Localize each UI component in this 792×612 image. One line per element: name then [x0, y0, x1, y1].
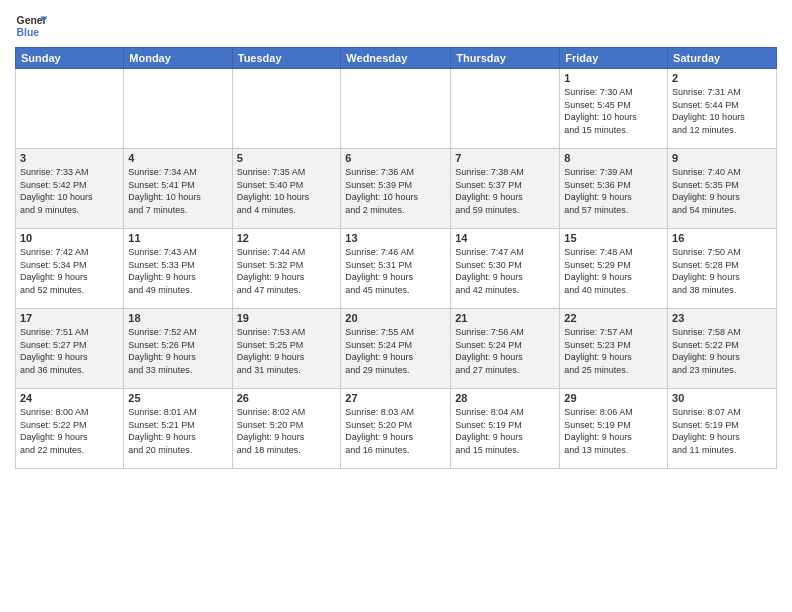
- calendar-cell: 8Sunrise: 7:39 AM Sunset: 5:36 PM Daylig…: [560, 149, 668, 229]
- main-container: General Blue SundayMondayTuesdayWednesda…: [0, 0, 792, 474]
- calendar-cell: 12Sunrise: 7:44 AM Sunset: 5:32 PM Dayli…: [232, 229, 341, 309]
- day-info: Sunrise: 8:04 AM Sunset: 5:19 PM Dayligh…: [455, 406, 555, 456]
- svg-text:Blue: Blue: [17, 27, 40, 38]
- calendar-cell: 1Sunrise: 7:30 AM Sunset: 5:45 PM Daylig…: [560, 69, 668, 149]
- calendar-cell: 14Sunrise: 7:47 AM Sunset: 5:30 PM Dayli…: [451, 229, 560, 309]
- day-number: 12: [237, 232, 337, 244]
- day-number: 29: [564, 392, 663, 404]
- day-number: 10: [20, 232, 119, 244]
- logo-icon: General Blue: [15, 10, 47, 42]
- calendar-cell: 29Sunrise: 8:06 AM Sunset: 5:19 PM Dayli…: [560, 389, 668, 469]
- day-number: 8: [564, 152, 663, 164]
- calendar-cell: 13Sunrise: 7:46 AM Sunset: 5:31 PM Dayli…: [341, 229, 451, 309]
- day-info: Sunrise: 7:51 AM Sunset: 5:27 PM Dayligh…: [20, 326, 119, 376]
- calendar-cell: 4Sunrise: 7:34 AM Sunset: 5:41 PM Daylig…: [124, 149, 232, 229]
- calendar-week-row: 24Sunrise: 8:00 AM Sunset: 5:22 PM Dayli…: [16, 389, 777, 469]
- day-info: Sunrise: 8:00 AM Sunset: 5:22 PM Dayligh…: [20, 406, 119, 456]
- day-info: Sunrise: 7:47 AM Sunset: 5:30 PM Dayligh…: [455, 246, 555, 296]
- day-info: Sunrise: 7:33 AM Sunset: 5:42 PM Dayligh…: [20, 166, 119, 216]
- day-info: Sunrise: 7:30 AM Sunset: 5:45 PM Dayligh…: [564, 86, 663, 136]
- day-info: Sunrise: 8:02 AM Sunset: 5:20 PM Dayligh…: [237, 406, 337, 456]
- calendar-cell: 19Sunrise: 7:53 AM Sunset: 5:25 PM Dayli…: [232, 309, 341, 389]
- day-number: 2: [672, 72, 772, 84]
- day-number: 18: [128, 312, 227, 324]
- day-info: Sunrise: 8:01 AM Sunset: 5:21 PM Dayligh…: [128, 406, 227, 456]
- calendar-cell: [232, 69, 341, 149]
- calendar-cell: 24Sunrise: 8:00 AM Sunset: 5:22 PM Dayli…: [16, 389, 124, 469]
- calendar-cell: [16, 69, 124, 149]
- day-info: Sunrise: 7:55 AM Sunset: 5:24 PM Dayligh…: [345, 326, 446, 376]
- calendar-table: SundayMondayTuesdayWednesdayThursdayFrid…: [15, 47, 777, 469]
- day-number: 21: [455, 312, 555, 324]
- calendar-cell: 6Sunrise: 7:36 AM Sunset: 5:39 PM Daylig…: [341, 149, 451, 229]
- calendar-cell: 27Sunrise: 8:03 AM Sunset: 5:20 PM Dayli…: [341, 389, 451, 469]
- day-number: 28: [455, 392, 555, 404]
- calendar-cell: [341, 69, 451, 149]
- day-number: 25: [128, 392, 227, 404]
- calendar-cell: 21Sunrise: 7:56 AM Sunset: 5:24 PM Dayli…: [451, 309, 560, 389]
- calendar-cell: 9Sunrise: 7:40 AM Sunset: 5:35 PM Daylig…: [668, 149, 777, 229]
- day-info: Sunrise: 7:57 AM Sunset: 5:23 PM Dayligh…: [564, 326, 663, 376]
- day-number: 30: [672, 392, 772, 404]
- day-number: 11: [128, 232, 227, 244]
- day-number: 13: [345, 232, 446, 244]
- day-number: 3: [20, 152, 119, 164]
- calendar-cell: 2Sunrise: 7:31 AM Sunset: 5:44 PM Daylig…: [668, 69, 777, 149]
- calendar-week-row: 10Sunrise: 7:42 AM Sunset: 5:34 PM Dayli…: [16, 229, 777, 309]
- day-number: 26: [237, 392, 337, 404]
- day-info: Sunrise: 7:39 AM Sunset: 5:36 PM Dayligh…: [564, 166, 663, 216]
- day-number: 7: [455, 152, 555, 164]
- day-info: Sunrise: 7:31 AM Sunset: 5:44 PM Dayligh…: [672, 86, 772, 136]
- day-info: Sunrise: 7:58 AM Sunset: 5:22 PM Dayligh…: [672, 326, 772, 376]
- day-info: Sunrise: 8:06 AM Sunset: 5:19 PM Dayligh…: [564, 406, 663, 456]
- weekday-header: Monday: [124, 48, 232, 69]
- logo: General Blue: [15, 10, 47, 42]
- calendar-cell: 17Sunrise: 7:51 AM Sunset: 5:27 PM Dayli…: [16, 309, 124, 389]
- day-info: Sunrise: 7:35 AM Sunset: 5:40 PM Dayligh…: [237, 166, 337, 216]
- day-number: 19: [237, 312, 337, 324]
- day-info: Sunrise: 7:53 AM Sunset: 5:25 PM Dayligh…: [237, 326, 337, 376]
- day-info: Sunrise: 7:48 AM Sunset: 5:29 PM Dayligh…: [564, 246, 663, 296]
- calendar-header-row: SundayMondayTuesdayWednesdayThursdayFrid…: [16, 48, 777, 69]
- weekday-header: Tuesday: [232, 48, 341, 69]
- day-number: 15: [564, 232, 663, 244]
- day-number: 22: [564, 312, 663, 324]
- day-info: Sunrise: 7:36 AM Sunset: 5:39 PM Dayligh…: [345, 166, 446, 216]
- day-info: Sunrise: 7:56 AM Sunset: 5:24 PM Dayligh…: [455, 326, 555, 376]
- day-number: 1: [564, 72, 663, 84]
- calendar-cell: 30Sunrise: 8:07 AM Sunset: 5:19 PM Dayli…: [668, 389, 777, 469]
- day-number: 5: [237, 152, 337, 164]
- day-number: 20: [345, 312, 446, 324]
- day-number: 4: [128, 152, 227, 164]
- calendar-week-row: 1Sunrise: 7:30 AM Sunset: 5:45 PM Daylig…: [16, 69, 777, 149]
- day-number: 24: [20, 392, 119, 404]
- day-number: 23: [672, 312, 772, 324]
- calendar-cell: 20Sunrise: 7:55 AM Sunset: 5:24 PM Dayli…: [341, 309, 451, 389]
- calendar-cell: 10Sunrise: 7:42 AM Sunset: 5:34 PM Dayli…: [16, 229, 124, 309]
- day-info: Sunrise: 7:38 AM Sunset: 5:37 PM Dayligh…: [455, 166, 555, 216]
- calendar-cell: 11Sunrise: 7:43 AM Sunset: 5:33 PM Dayli…: [124, 229, 232, 309]
- calendar-cell: 22Sunrise: 7:57 AM Sunset: 5:23 PM Dayli…: [560, 309, 668, 389]
- day-number: 27: [345, 392, 446, 404]
- weekday-header: Sunday: [16, 48, 124, 69]
- calendar-cell: [451, 69, 560, 149]
- day-info: Sunrise: 7:42 AM Sunset: 5:34 PM Dayligh…: [20, 246, 119, 296]
- weekday-header: Thursday: [451, 48, 560, 69]
- weekday-header: Saturday: [668, 48, 777, 69]
- calendar-cell: 26Sunrise: 8:02 AM Sunset: 5:20 PM Dayli…: [232, 389, 341, 469]
- day-info: Sunrise: 7:52 AM Sunset: 5:26 PM Dayligh…: [128, 326, 227, 376]
- day-info: Sunrise: 7:43 AM Sunset: 5:33 PM Dayligh…: [128, 246, 227, 296]
- day-info: Sunrise: 7:34 AM Sunset: 5:41 PM Dayligh…: [128, 166, 227, 216]
- calendar-week-row: 3Sunrise: 7:33 AM Sunset: 5:42 PM Daylig…: [16, 149, 777, 229]
- calendar-cell: 23Sunrise: 7:58 AM Sunset: 5:22 PM Dayli…: [668, 309, 777, 389]
- header-row: General Blue: [15, 10, 777, 42]
- day-info: Sunrise: 7:44 AM Sunset: 5:32 PM Dayligh…: [237, 246, 337, 296]
- calendar-cell: 5Sunrise: 7:35 AM Sunset: 5:40 PM Daylig…: [232, 149, 341, 229]
- day-info: Sunrise: 8:03 AM Sunset: 5:20 PM Dayligh…: [345, 406, 446, 456]
- calendar-cell: 25Sunrise: 8:01 AM Sunset: 5:21 PM Dayli…: [124, 389, 232, 469]
- day-info: Sunrise: 7:50 AM Sunset: 5:28 PM Dayligh…: [672, 246, 772, 296]
- calendar-cell: 15Sunrise: 7:48 AM Sunset: 5:29 PM Dayli…: [560, 229, 668, 309]
- day-number: 16: [672, 232, 772, 244]
- calendar-week-row: 17Sunrise: 7:51 AM Sunset: 5:27 PM Dayli…: [16, 309, 777, 389]
- calendar-cell: 3Sunrise: 7:33 AM Sunset: 5:42 PM Daylig…: [16, 149, 124, 229]
